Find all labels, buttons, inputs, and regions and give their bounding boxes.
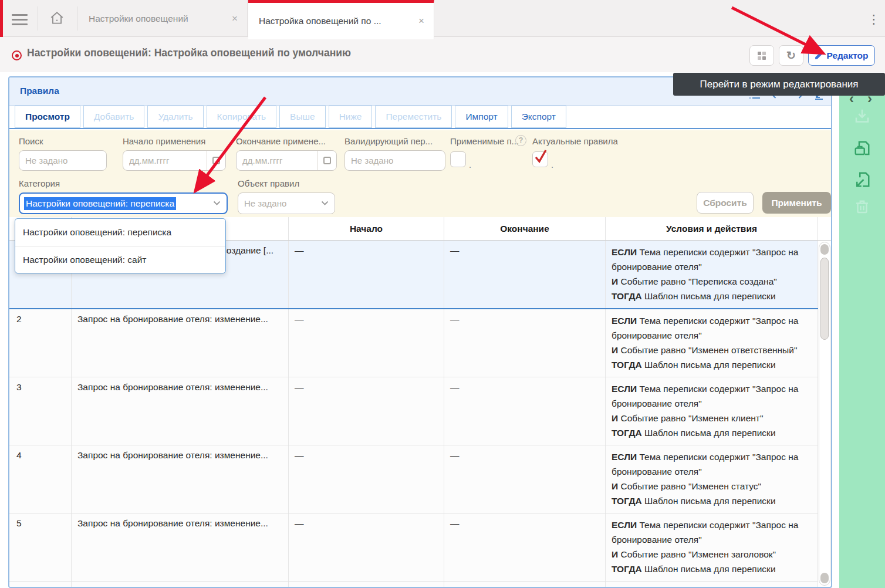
- download-tray-button[interactable]: [853, 107, 871, 126]
- toolbar-down-button[interactable]: Ниже: [329, 106, 373, 128]
- divider: [38, 6, 38, 31]
- rule-object-select[interactable]: Не задано: [238, 192, 335, 214]
- rule-start: —: [289, 241, 444, 308]
- hamburger-icon: [12, 14, 28, 16]
- panel-title: Правила: [20, 86, 59, 96]
- validator-input[interactable]: [344, 150, 445, 171]
- toolbar-view-button[interactable]: Просмотр: [15, 106, 80, 128]
- page-title: Настройки оповещений: Настройка оповещен…: [27, 47, 351, 59]
- rule-conditions: ЕСЛИ Тема переписки содержит "Запрос на …: [606, 445, 818, 513]
- rule-start: —: [289, 445, 444, 513]
- home-button[interactable]: [46, 9, 68, 29]
- column-header-start[interactable]: Начало: [289, 217, 444, 240]
- date-from-label: Начало применения: [123, 136, 205, 146]
- column-header-conditions[interactable]: Условия и действия: [606, 217, 818, 240]
- refresh-button[interactable]: ↻: [779, 45, 803, 66]
- actual-rules-checkbox[interactable]: [532, 151, 548, 167]
- rule-conditions: ЕСЛИ Тема переписки содержит "Запрос на …: [606, 241, 818, 308]
- date-from-field[interactable]: [123, 150, 226, 171]
- record-target-icon: [12, 50, 22, 60]
- rule-end: —: [444, 582, 606, 587]
- date-to-label: Окончание примене...: [236, 136, 326, 146]
- actual-rules-label: Актуальные правила: [532, 136, 618, 146]
- reset-button[interactable]: Сбросить: [697, 192, 754, 214]
- category-select[interactable]: Настройки оповещений: переписка: [19, 192, 228, 214]
- trash-icon: [853, 198, 871, 215]
- rule-end: —: [444, 241, 606, 308]
- file-export-button[interactable]: [853, 171, 871, 190]
- table-row[interactable]: 5 Запрос на бронирование отеля: изменени…: [9, 513, 818, 582]
- tab-default-notification-settings[interactable]: Настройка оповещений по ... ×: [248, 0, 434, 39]
- table-row[interactable]: 4 Запрос на бронирование отеля: изменени…: [9, 445, 818, 513]
- table-row[interactable]: 6 Запрос на бронирование отеля: изменени…: [9, 582, 818, 587]
- row-number: 4: [9, 445, 72, 513]
- pencil-icon: [815, 52, 823, 60]
- row-number: 2: [9, 309, 72, 377]
- editor-tooltip: Перейти в режим редактирования: [673, 73, 885, 96]
- apply-button[interactable]: Применить: [762, 192, 831, 214]
- rule-end: —: [444, 513, 606, 581]
- grid-icon: [757, 51, 766, 60]
- rule-object-placeholder: Не задано: [244, 198, 286, 208]
- editor-button[interactable]: Редактор: [808, 45, 875, 66]
- toolbar-move-button[interactable]: Переместить: [375, 106, 452, 128]
- column-header-end[interactable]: Окончание: [444, 217, 606, 240]
- close-icon[interactable]: ×: [418, 15, 434, 27]
- checkbox-suffix: .: [551, 160, 553, 170]
- table-body: 1 Запрос на бронирование отеля: создание…: [9, 241, 831, 587]
- toolbar-delete-button[interactable]: Удалить: [147, 106, 203, 128]
- table-row[interactable]: 3 Запрос на бронирование отеля: изменени…: [9, 377, 818, 445]
- category-label: Категория: [19, 178, 60, 188]
- category-dropdown-list: Настройки оповещений: переписка Настройк…: [15, 218, 226, 273]
- chevron-down-icon[interactable]: [321, 201, 329, 206]
- tab-label: Настройка оповещений по ...: [248, 16, 418, 26]
- applicable-rules-checkbox[interactable]: [450, 151, 466, 167]
- vertical-scrollbar[interactable]: [819, 242, 830, 586]
- category-selected-value: Настройки оповещений: переписка: [24, 197, 176, 210]
- scroll-down-button[interactable]: [820, 573, 829, 583]
- table-row[interactable]: 2 Запрос на бронирование отеля: изменени…: [9, 309, 818, 377]
- toolbar-up-button[interactable]: Выше: [279, 106, 326, 128]
- toolbar-export-button[interactable]: Экспорт: [511, 106, 566, 128]
- close-icon[interactable]: ×: [232, 13, 247, 25]
- home-icon: [49, 11, 65, 26]
- kebab-menu-button[interactable]: ⋮: [865, 8, 883, 31]
- rules-panel: Правила: [8, 76, 832, 588]
- calendar-button[interactable]: [317, 151, 336, 170]
- rule-object-label: Объект правил: [238, 178, 299, 188]
- hamburger-menu-button[interactable]: [12, 11, 28, 28]
- download-tray-icon: [853, 107, 871, 125]
- toolbar-add-button[interactable]: Добавить: [83, 106, 145, 128]
- dropdown-option-correspondence[interactable]: Настройки оповещений: переписка: [15, 219, 225, 246]
- rule-conditions: ЕСЛИ Тема переписки содержит "Запрос на …: [606, 582, 818, 587]
- date-to-input[interactable]: [237, 151, 317, 170]
- chevron-down-icon[interactable]: [213, 201, 221, 206]
- app-window: Настройки оповещений × Настройка оповеще…: [0, 0, 885, 588]
- search-input[interactable]: [19, 150, 107, 171]
- scroll-up-button[interactable]: [820, 244, 829, 255]
- scrollbar-thumb[interactable]: [820, 258, 829, 340]
- toolbar-copy-button[interactable]: Копировать: [207, 106, 276, 128]
- filter-panel: Поиск Начало применения Окончание примен…: [9, 130, 831, 217]
- refresh-icon: ↻: [786, 49, 796, 62]
- tab-notification-settings[interactable]: Настройки оповещений ×: [78, 0, 248, 37]
- rule-end: —: [444, 445, 606, 513]
- rule-start: —: [289, 582, 444, 587]
- toolbar-import-button[interactable]: Импорт: [455, 106, 508, 128]
- grid-view-button[interactable]: [749, 45, 774, 66]
- row-number: 6: [9, 582, 72, 587]
- trash-button[interactable]: [853, 198, 871, 217]
- side-action-bar: ‹ ›: [839, 76, 885, 588]
- calendar-button[interactable]: [207, 151, 225, 170]
- rule-end: —: [444, 309, 606, 377]
- file-case-button[interactable]: [853, 140, 871, 158]
- rule-start: —: [289, 377, 444, 445]
- tab-label: Настройки оповещений: [78, 13, 232, 24]
- dropdown-option-site[interactable]: Настройки оповещений: сайт: [15, 246, 225, 273]
- rule-name: Запрос на бронирование отеля: изменение.…: [72, 445, 289, 513]
- date-from-input[interactable]: [123, 151, 207, 170]
- help-icon[interactable]: ?: [515, 135, 526, 146]
- rule-name: Запрос на бронирование отеля: изменение.…: [72, 309, 289, 377]
- date-to-field[interactable]: [236, 150, 337, 171]
- rule-conditions: ЕСЛИ Тема переписки содержит "Запрос на …: [606, 377, 818, 445]
